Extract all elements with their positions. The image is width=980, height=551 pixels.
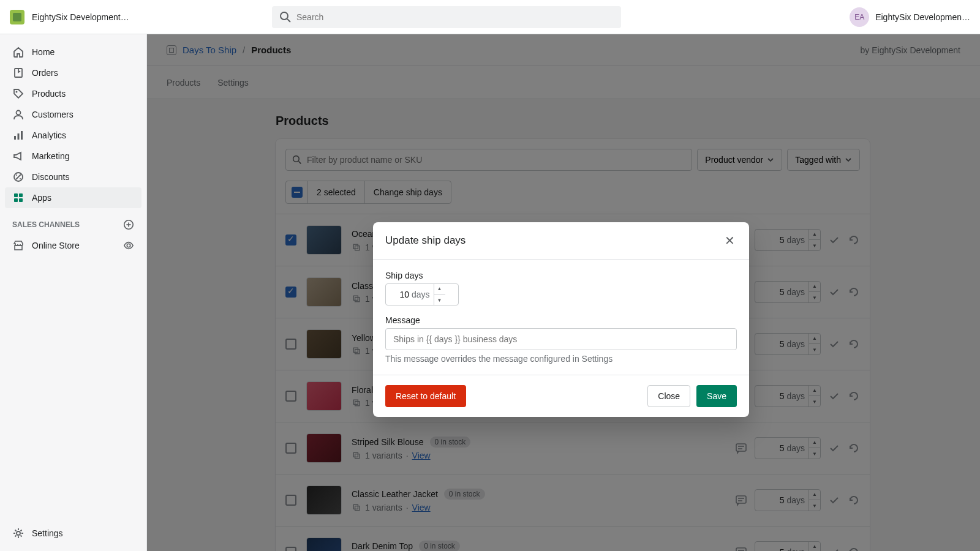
shopify-logo-icon (10, 10, 24, 24)
orders-icon (12, 67, 24, 79)
nav-label: Marketing (32, 151, 69, 161)
section-label: Sales channels (12, 220, 80, 229)
nav-products[interactable]: Products (5, 83, 141, 104)
nav-label: Analytics (32, 130, 66, 140)
nav-home[interactable]: Home (5, 42, 141, 62)
svg-point-11 (20, 178, 21, 179)
message-help: This message overrides the message confi… (385, 354, 737, 364)
nav-customers[interactable]: Customers (5, 104, 141, 125)
nav-discounts[interactable]: Discounts (5, 167, 141, 187)
svg-point-20 (127, 244, 130, 247)
modal-title: Update ship days (385, 234, 466, 247)
nav-label: Home (32, 47, 55, 57)
nav-label: Orders (32, 68, 58, 78)
message-input[interactable] (385, 328, 737, 350)
svg-line-1 (287, 19, 290, 22)
svg-point-3 (16, 91, 18, 93)
svg-rect-6 (18, 133, 20, 140)
nav-label: Customers (32, 110, 74, 119)
svg-rect-14 (14, 198, 18, 202)
nav-orders[interactable]: Orders (5, 62, 141, 83)
nav-settings[interactable]: Settings (5, 523, 141, 544)
discount-icon (12, 171, 24, 183)
svg-rect-5 (14, 136, 16, 140)
svg-rect-7 (21, 131, 23, 140)
search-input[interactable] (296, 12, 614, 22)
nav-online-store[interactable]: Online Store (5, 235, 141, 256)
svg-rect-19 (15, 246, 22, 250)
gear-icon (12, 527, 24, 539)
svg-rect-13 (19, 193, 23, 197)
home-icon (12, 46, 24, 58)
close-button[interactable]: Close (647, 385, 690, 407)
ship-days-label: Ship days (385, 271, 737, 280)
svg-rect-12 (14, 193, 18, 197)
reset-button[interactable]: Reset to default (385, 385, 466, 407)
nav-analytics[interactable]: Analytics (5, 125, 141, 146)
message-label: Message (385, 315, 737, 325)
stepper-down-icon[interactable]: ▼ (434, 294, 445, 305)
search-icon (279, 11, 292, 23)
svg-point-0 (281, 12, 288, 20)
chart-icon (12, 129, 24, 141)
avatar[interactable]: EA (850, 7, 869, 27)
nav-apps[interactable]: Apps (5, 187, 141, 208)
nav-label: Online Store (32, 241, 80, 250)
nav-label: Apps (32, 193, 51, 203)
topbar: EightySix Development… EA EightySix Deve… (0, 0, 980, 34)
svg-point-21 (17, 531, 20, 535)
nav-label: Discounts (32, 172, 69, 182)
apps-icon (12, 192, 24, 204)
stepper-up-icon[interactable]: ▲ (434, 283, 445, 294)
tag-icon (12, 88, 24, 100)
svg-rect-15 (19, 198, 23, 202)
svg-point-4 (17, 111, 21, 115)
update-ship-days-modal: Update ship days ✕ Ship days days ▲ ▼ Me… (373, 222, 749, 417)
ship-days-field[interactable] (386, 290, 412, 299)
person-icon (12, 108, 24, 121)
nav-label: Products (32, 89, 66, 99)
search-box[interactable] (272, 6, 621, 28)
view-store-icon[interactable] (123, 240, 134, 251)
sidebar: Home Orders Products Customers Analytics… (0, 34, 147, 551)
svg-point-10 (16, 174, 17, 176)
nav-label: Settings (32, 528, 63, 538)
close-icon[interactable]: ✕ (722, 233, 737, 248)
ship-days-input[interactable]: days ▲ ▼ (385, 283, 459, 305)
megaphone-icon (12, 150, 24, 162)
save-button[interactable]: Save (696, 385, 737, 407)
store-name[interactable]: EightySix Development… (32, 12, 130, 22)
nav-marketing[interactable]: Marketing (5, 146, 141, 167)
add-channel-icon[interactable] (123, 219, 134, 230)
sales-channels-header: Sales channels (5, 208, 141, 235)
store-icon (12, 239, 24, 252)
account-name[interactable]: EightySix Developmen… (875, 12, 970, 22)
ship-days-unit: days (412, 290, 434, 299)
